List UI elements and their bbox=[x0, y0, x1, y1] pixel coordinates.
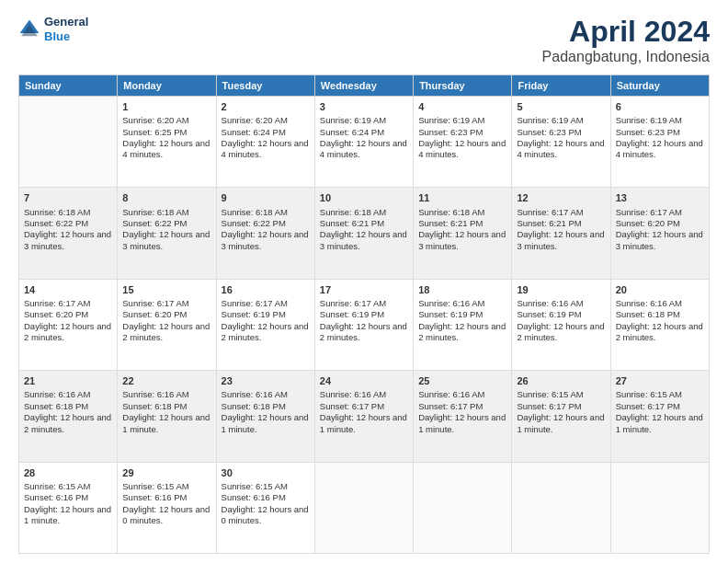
col-tuesday: Tuesday bbox=[216, 75, 314, 97]
day-number: 22 bbox=[122, 374, 210, 387]
sunrise-text: Sunrise: 6:15 AM bbox=[122, 481, 210, 492]
sunrise-text: Sunrise: 6:16 AM bbox=[122, 389, 210, 400]
page-subtitle: Padangbatung, Indonesia bbox=[542, 49, 710, 65]
sunset-text: Sunset: 6:18 PM bbox=[616, 309, 704, 320]
sunset-text: Sunset: 6:21 PM bbox=[517, 218, 605, 229]
col-monday: Monday bbox=[118, 75, 216, 97]
calendar-week-row: 14Sunrise: 6:17 AMSunset: 6:20 PMDayligh… bbox=[19, 279, 710, 370]
sunset-text: Sunset: 6:19 PM bbox=[418, 309, 506, 320]
sunset-text: Sunset: 6:17 PM bbox=[418, 401, 506, 412]
table-row: 25Sunrise: 6:16 AMSunset: 6:17 PMDayligh… bbox=[414, 371, 512, 462]
table-row: 5Sunrise: 6:19 AMSunset: 6:23 PMDaylight… bbox=[512, 97, 610, 188]
calendar-table: Sunday Monday Tuesday Wednesday Thursday… bbox=[18, 75, 710, 554]
sunrise-text: Sunrise: 6:19 AM bbox=[418, 115, 506, 126]
logo-text: General Blue bbox=[44, 15, 88, 43]
col-thursday: Thursday bbox=[414, 75, 512, 97]
calendar-week-row: 21Sunrise: 6:16 AMSunset: 6:18 PMDayligh… bbox=[19, 371, 710, 462]
sunrise-text: Sunrise: 6:16 AM bbox=[320, 389, 408, 400]
daylight-text: Daylight: 12 hours and 3 minutes. bbox=[222, 229, 310, 252]
day-number: 4 bbox=[418, 100, 506, 113]
sunset-text: Sunset: 6:23 PM bbox=[616, 127, 704, 138]
table-row: 22Sunrise: 6:16 AMSunset: 6:18 PMDayligh… bbox=[118, 371, 216, 462]
table-row: 24Sunrise: 6:16 AMSunset: 6:17 PMDayligh… bbox=[314, 371, 413, 462]
day-number: 16 bbox=[222, 283, 310, 296]
daylight-text: Daylight: 12 hours and 0 minutes. bbox=[122, 504, 210, 527]
table-row: 7Sunrise: 6:18 AMSunset: 6:22 PMDaylight… bbox=[19, 188, 118, 279]
table-row: 1Sunrise: 6:20 AMSunset: 6:25 PMDaylight… bbox=[118, 97, 216, 188]
sunrise-text: Sunrise: 6:16 AM bbox=[222, 389, 310, 400]
table-row: 14Sunrise: 6:17 AMSunset: 6:20 PMDayligh… bbox=[19, 279, 118, 370]
title-block: April 2024 Padangbatung, Indonesia bbox=[542, 15, 710, 65]
table-row: 15Sunrise: 6:17 AMSunset: 6:20 PMDayligh… bbox=[118, 279, 216, 370]
table-row: 3Sunrise: 6:19 AMSunset: 6:24 PMDaylight… bbox=[314, 97, 413, 188]
sunset-text: Sunset: 6:19 PM bbox=[222, 309, 310, 320]
daylight-text: Daylight: 12 hours and 3 minutes. bbox=[616, 229, 704, 252]
daylight-text: Daylight: 12 hours and 3 minutes. bbox=[418, 229, 506, 252]
day-number: 17 bbox=[320, 283, 408, 296]
sunrise-text: Sunrise: 6:16 AM bbox=[517, 298, 605, 309]
table-row: 19Sunrise: 6:16 AMSunset: 6:19 PMDayligh… bbox=[512, 279, 610, 370]
col-saturday: Saturday bbox=[610, 75, 709, 97]
table-row bbox=[512, 462, 610, 553]
day-number: 27 bbox=[616, 374, 704, 387]
day-number: 24 bbox=[320, 374, 408, 387]
daylight-text: Daylight: 12 hours and 3 minutes. bbox=[24, 229, 112, 252]
col-wednesday: Wednesday bbox=[314, 75, 413, 97]
sunset-text: Sunset: 6:20 PM bbox=[122, 309, 210, 320]
table-row bbox=[314, 462, 413, 553]
day-number: 8 bbox=[122, 191, 210, 204]
sunrise-text: Sunrise: 6:18 AM bbox=[320, 207, 408, 218]
calendar-week-row: 7Sunrise: 6:18 AMSunset: 6:22 PMDaylight… bbox=[19, 188, 710, 279]
daylight-text: Daylight: 12 hours and 1 minute. bbox=[517, 412, 605, 435]
sunrise-text: Sunrise: 6:19 AM bbox=[320, 115, 408, 126]
sunrise-text: Sunrise: 6:17 AM bbox=[24, 298, 112, 309]
sunrise-text: Sunrise: 6:18 AM bbox=[24, 207, 112, 218]
daylight-text: Daylight: 12 hours and 2 minutes. bbox=[320, 321, 408, 344]
sunset-text: Sunset: 6:20 PM bbox=[24, 309, 112, 320]
sunrise-text: Sunrise: 6:18 AM bbox=[122, 207, 210, 218]
table-row: 16Sunrise: 6:17 AMSunset: 6:19 PMDayligh… bbox=[216, 279, 314, 370]
daylight-text: Daylight: 12 hours and 3 minutes. bbox=[517, 229, 605, 252]
daylight-text: Daylight: 12 hours and 1 minute. bbox=[24, 504, 112, 527]
daylight-text: Daylight: 12 hours and 3 minutes. bbox=[122, 229, 210, 252]
table-row: 6Sunrise: 6:19 AMSunset: 6:23 PMDaylight… bbox=[610, 97, 709, 188]
table-row: 21Sunrise: 6:16 AMSunset: 6:18 PMDayligh… bbox=[19, 371, 118, 462]
sunrise-text: Sunrise: 6:15 AM bbox=[24, 481, 112, 492]
sunset-text: Sunset: 6:16 PM bbox=[222, 492, 310, 503]
sunset-text: Sunset: 6:23 PM bbox=[418, 127, 506, 138]
page-title: April 2024 bbox=[542, 15, 710, 49]
calendar-header-row: Sunday Monday Tuesday Wednesday Thursday… bbox=[19, 75, 710, 97]
sunset-text: Sunset: 6:18 PM bbox=[122, 401, 210, 412]
day-number: 25 bbox=[418, 374, 506, 387]
daylight-text: Daylight: 12 hours and 2 minutes. bbox=[222, 321, 310, 344]
day-number: 7 bbox=[24, 191, 112, 204]
sunrise-text: Sunrise: 6:17 AM bbox=[616, 207, 704, 218]
day-number: 29 bbox=[122, 466, 210, 479]
daylight-text: Daylight: 12 hours and 1 minute. bbox=[418, 412, 506, 435]
day-number: 23 bbox=[222, 374, 310, 387]
daylight-text: Daylight: 12 hours and 3 minutes. bbox=[320, 229, 408, 252]
sunrise-text: Sunrise: 6:15 AM bbox=[517, 389, 605, 400]
sunset-text: Sunset: 6:22 PM bbox=[24, 218, 112, 229]
sunrise-text: Sunrise: 6:18 AM bbox=[418, 207, 506, 218]
sunset-text: Sunset: 6:20 PM bbox=[616, 218, 704, 229]
logo-general: General bbox=[44, 15, 88, 29]
table-row: 10Sunrise: 6:18 AMSunset: 6:21 PMDayligh… bbox=[314, 188, 413, 279]
day-number: 30 bbox=[222, 466, 310, 479]
daylight-text: Daylight: 12 hours and 4 minutes. bbox=[222, 138, 310, 161]
table-row: 27Sunrise: 6:15 AMSunset: 6:17 PMDayligh… bbox=[610, 371, 709, 462]
sunrise-text: Sunrise: 6:20 AM bbox=[122, 115, 210, 126]
sunrise-text: Sunrise: 6:16 AM bbox=[418, 389, 506, 400]
daylight-text: Daylight: 12 hours and 4 minutes. bbox=[320, 138, 408, 161]
table-row: 18Sunrise: 6:16 AMSunset: 6:19 PMDayligh… bbox=[414, 279, 512, 370]
sunset-text: Sunset: 6:22 PM bbox=[222, 218, 310, 229]
sunrise-text: Sunrise: 6:20 AM bbox=[222, 115, 310, 126]
sunrise-text: Sunrise: 6:15 AM bbox=[616, 389, 704, 400]
sunrise-text: Sunrise: 6:19 AM bbox=[616, 115, 704, 126]
sunset-text: Sunset: 6:19 PM bbox=[517, 309, 605, 320]
daylight-text: Daylight: 12 hours and 4 minutes. bbox=[616, 138, 704, 161]
sunset-text: Sunset: 6:16 PM bbox=[24, 492, 112, 503]
table-row: 26Sunrise: 6:15 AMSunset: 6:17 PMDayligh… bbox=[512, 371, 610, 462]
table-row: 28Sunrise: 6:15 AMSunset: 6:16 PMDayligh… bbox=[19, 462, 118, 553]
sunset-text: Sunset: 6:21 PM bbox=[418, 218, 506, 229]
